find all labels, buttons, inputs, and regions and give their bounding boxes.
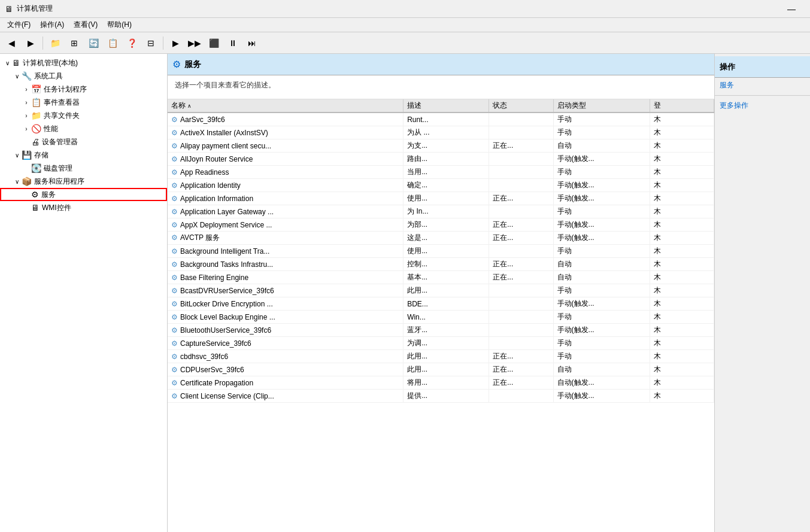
table-row[interactable]: ⚙cbdhsvc_39fc6 此用... 正在... 手动 木 (168, 350, 714, 363)
back-button[interactable]: ◀ (2, 35, 20, 51)
service-status: 正在... (489, 139, 553, 153)
console-button[interactable]: ⊟ (142, 35, 160, 51)
folder-button[interactable]: 📁 (46, 35, 64, 51)
sidebar-item-services-apps[interactable]: ∨ 📦 服务和应用程序 (0, 175, 167, 188)
sidebar-item-event-viewer[interactable]: › 📋 事件查看器 (0, 96, 167, 109)
header-startup[interactable]: 启动类型 (553, 99, 650, 113)
minimize-button[interactable]: — (778, 3, 805, 15)
service-startup: 手动(触发... (553, 390, 650, 403)
menu-view[interactable]: 查看(V) (69, 19, 102, 31)
gear-icon: ⚙ (171, 287, 178, 295)
table-row[interactable]: ⚙Certificate Propagation 将用... 正在... 自动(… (168, 376, 714, 390)
description-pane: 选择一个项目来查看它的描述。 (168, 75, 714, 99)
right-panel: 操作 服务 更多操作 (714, 54, 810, 532)
table-row[interactable]: ⚙Application Identity 确定... 手动(触发... 木 (168, 179, 714, 192)
pause-button[interactable]: ⏸ (224, 35, 242, 51)
table-row[interactable]: ⚙AarSvc_39fc6 Runt... 手动 木 (168, 113, 714, 126)
service-login: 木 (650, 179, 714, 192)
table-row[interactable]: ⚙ActiveX Installer (AxInstSV) 为从 ... 手动 … (168, 126, 714, 139)
sidebar-item-wmi[interactable]: 🖥 WMI控件 (0, 201, 167, 214)
table-row[interactable]: ⚙Client License Service (Clip... 提供... 手… (168, 390, 714, 403)
sep1 (43, 37, 43, 50)
service-startup: 手动 (553, 205, 650, 218)
service-name: ⚙AllJoyn Router Service (168, 153, 404, 166)
service-name: ⚙App Readiness (168, 166, 404, 179)
title-bar: 🖥 计算机管理 — (0, 0, 810, 18)
menu-bar: 文件(F) 操作(A) 查看(V) 帮助(H) (0, 18, 810, 32)
service-login: 木 (650, 324, 714, 337)
table-row[interactable]: ⚙Application Information 使用... 正在... 手动(… (168, 192, 714, 205)
menu-file[interactable]: 文件(F) (2, 19, 35, 31)
table-row[interactable]: ⚙AVCTP 服务 这是... 正在... 手动(触发... 木 (168, 232, 714, 245)
table-row[interactable]: ⚙AppX Deployment Service ... 为部... 正在...… (168, 218, 714, 232)
service-login: 木 (650, 126, 714, 139)
right-panel-header: 操作 (715, 56, 810, 78)
play-button[interactable]: ▶ (166, 35, 184, 51)
table-row[interactable]: ⚙AllJoyn Router Service 路由... 手动(触发... 木 (168, 153, 714, 166)
table-row[interactable]: ⚙Alipay payment client secu... 为支... 正在.… (168, 139, 714, 153)
table-row[interactable]: ⚙BcastDVRUserService_39fc6 此用... 手动 木 (168, 284, 714, 297)
arrow (22, 165, 31, 172)
service-status (489, 297, 553, 311)
sidebar-item-shared-folders[interactable]: › 📁 共享文件夹 (0, 109, 167, 122)
stop-button[interactable]: ⬛ (205, 35, 223, 51)
help-button[interactable]: ❓ (123, 35, 141, 51)
gear-icon: ⚙ (171, 339, 178, 348)
header-status[interactable]: 状态 (489, 99, 553, 113)
service-name: ⚙Block Level Backup Engine ... (168, 311, 404, 324)
sidebar-item-tools[interactable]: ∨ 🔧 系统工具 (0, 69, 167, 83)
service-desc: 使用... (404, 245, 489, 258)
table-row[interactable]: ⚙Block Level Backup Engine ... Win... 手动… (168, 311, 714, 324)
header-login[interactable]: 登 (650, 99, 714, 113)
service-name: ⚙BcastDVRUserService_39fc6 (168, 284, 404, 297)
menu-help[interactable]: 帮助(H) (102, 19, 136, 31)
sidebar-item-computer[interactable]: ∨ 🖥 计算机管理(本地) (0, 56, 167, 69)
action-more[interactable]: 更多操作 (715, 98, 810, 113)
service-desc: 此用... (404, 284, 489, 297)
tools-icon: 🔧 (22, 71, 32, 81)
table-row[interactable]: ⚙BitLocker Drive Encryption ... BDE... 手… (168, 297, 714, 311)
table-row[interactable]: ⚙CDPUserSvc_39fc6 此用... 正在... 自动 木 (168, 363, 714, 376)
sidebar-item-performance[interactable]: › 🚫 性能 (0, 122, 167, 135)
skip-button[interactable]: ⏭ (243, 35, 261, 51)
grid-button[interactable]: ⊞ (65, 35, 83, 51)
sidebar-item-scheduler[interactable]: › 📅 任务计划程序 (0, 83, 167, 96)
service-startup: 自动(触发... (553, 376, 650, 390)
service-status: 正在... (489, 192, 553, 205)
title-text: 计算机管理 (17, 4, 778, 14)
sidebar-item-device-manager[interactable]: 🖨 设备管理器 (0, 135, 167, 148)
sidebar-item-storage[interactable]: ∨ 💾 存储 (0, 148, 167, 162)
table-row[interactable]: ⚙App Readiness 当用... 手动 木 (168, 166, 714, 179)
arrow: › (22, 113, 31, 119)
header-desc[interactable]: 描述 (404, 99, 489, 113)
refresh-button[interactable]: 🔄 (84, 35, 102, 51)
service-name: ⚙Base Filtering Engine (168, 271, 404, 284)
table-row[interactable]: ⚙Application Layer Gateway ... 为 In... 手… (168, 205, 714, 218)
service-startup: 自动 (553, 258, 650, 271)
play-next-button[interactable]: ▶▶ (186, 35, 204, 51)
service-name: ⚙Application Information (168, 192, 404, 205)
table-row[interactable]: ⚙Background Intelligent Tra... 使用... 手动 … (168, 245, 714, 258)
service-table[interactable]: 名称 ∧ 描述 状态 启动类型 登 (168, 99, 714, 532)
app-icon: 🖥 (5, 4, 13, 14)
service-status: 正在... (489, 376, 553, 390)
sidebar-item-disk-mgmt[interactable]: 💽 磁盘管理 (0, 162, 167, 175)
service-startup: 手动 (553, 166, 650, 179)
table-row[interactable]: ⚙Base Filtering Engine 基本... 正在... 自动 木 (168, 271, 714, 284)
sidebar-item-services[interactable]: ⚙ 服务 (0, 188, 167, 201)
forward-button[interactable]: ▶ (22, 35, 40, 51)
table-row[interactable]: ⚙CaptureService_39fc6 为调... 手动 木 (168, 337, 714, 350)
wmi-icon: 🖥 (31, 203, 40, 212)
header-name[interactable]: 名称 ∧ (168, 99, 404, 113)
list-button[interactable]: 📋 (104, 35, 122, 51)
service-login: 木 (650, 350, 714, 363)
service-login: 木 (650, 153, 714, 166)
action-services[interactable]: 服务 (715, 78, 810, 93)
table-row[interactable]: ⚙BluetoothUserService_39fc6 蓝牙... 手动(触发.… (168, 324, 714, 337)
sidebar-label: 性能 (44, 124, 58, 134)
service-desc: 蓝牙... (404, 324, 489, 337)
table-row[interactable]: ⚙Background Tasks Infrastru... 控制... 正在.… (168, 258, 714, 271)
gear-icon: ⚙ (171, 115, 178, 124)
menu-action[interactable]: 操作(A) (35, 19, 69, 31)
gear-icon: ⚙ (171, 392, 178, 400)
